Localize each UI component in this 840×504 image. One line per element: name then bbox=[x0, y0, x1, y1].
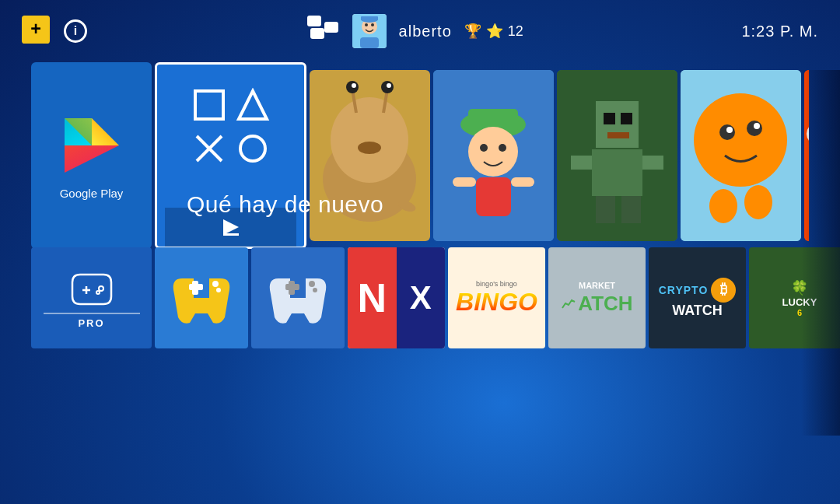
marketwatch-chart-icon bbox=[561, 296, 576, 311]
svg-point-57 bbox=[726, 127, 733, 133]
crypto-watch-label: WATCH bbox=[672, 303, 723, 319]
friends-icon[interactable] bbox=[306, 14, 340, 48]
svg-rect-79 bbox=[189, 284, 203, 290]
svg-point-7 bbox=[365, 23, 368, 26]
app-tile-white-controller[interactable] bbox=[251, 247, 345, 348]
bingo-label: BINGO bbox=[456, 288, 537, 317]
svg-rect-4 bbox=[324, 22, 338, 33]
app-tile-yellow-controller[interactable] bbox=[155, 247, 248, 348]
svg-point-24 bbox=[331, 97, 408, 183]
svg-point-85 bbox=[313, 288, 317, 292]
app-tile-marketwatch[interactable]: MARKET ATCH bbox=[548, 247, 646, 348]
svg-rect-45 bbox=[604, 113, 615, 124]
pro-label: PRO bbox=[44, 313, 140, 329]
star-icon: ⭐ bbox=[486, 23, 503, 40]
app-tile-bingo[interactable]: bingo's bingo BINGO bbox=[448, 247, 545, 348]
crypto-coin-icon: ₿ bbox=[711, 278, 736, 303]
avatar[interactable] bbox=[352, 14, 387, 48]
app-row-bottom: PRO N bbox=[31, 247, 809, 348]
svg-marker-17 bbox=[239, 91, 267, 119]
app-tile-nx[interactable]: N X bbox=[348, 247, 445, 348]
svg-rect-22 bbox=[223, 233, 239, 236]
svg-rect-42 bbox=[511, 177, 534, 187]
svg-text:+: + bbox=[30, 19, 41, 39]
ps-plus-icon[interactable]: + bbox=[22, 16, 50, 47]
svg-rect-83 bbox=[285, 284, 299, 290]
svg-point-31 bbox=[358, 142, 381, 154]
nx-n-label: N bbox=[348, 247, 397, 348]
triangle-symbol bbox=[236, 88, 270, 122]
svg-point-8 bbox=[371, 23, 374, 26]
svg-rect-11 bbox=[360, 37, 379, 48]
trophy-icon: 🏆 bbox=[464, 23, 481, 40]
info-icon[interactable]: i bbox=[64, 19, 87, 43]
svg-point-76 bbox=[99, 286, 103, 291]
svg-point-37 bbox=[468, 127, 518, 177]
circle-symbol bbox=[236, 131, 270, 166]
overflow-hint bbox=[801, 70, 840, 436]
clock: 1:23 P. M. bbox=[741, 23, 818, 40]
svg-point-55 bbox=[719, 124, 735, 140]
topbar-left: + i bbox=[22, 16, 87, 47]
svg-point-81 bbox=[216, 288, 221, 292]
topbar-center: alberto 🏆 ⭐ 12 bbox=[101, 14, 727, 48]
svg-point-29 bbox=[352, 83, 356, 88]
watch-label: ATCH bbox=[578, 292, 632, 316]
svg-point-58 bbox=[754, 123, 760, 129]
svg-rect-16 bbox=[195, 91, 223, 119]
app-tile-pro[interactable]: PRO bbox=[31, 247, 152, 348]
svg-point-20 bbox=[240, 136, 265, 161]
svg-rect-41 bbox=[453, 177, 476, 187]
svg-marker-15 bbox=[92, 118, 119, 145]
app-tile-cryptowatch[interactable]: CRYPTO ₿ WATCH bbox=[649, 247, 746, 348]
ps-symbols bbox=[184, 80, 278, 173]
topbar: + i bbox=[0, 0, 840, 62]
trophy-area: 🏆 ⭐ 12 bbox=[464, 23, 523, 40]
trophy-count: 12 bbox=[508, 23, 523, 40]
nx-x-label: X bbox=[397, 247, 446, 348]
whats-new-label: Qué hay de nuevo bbox=[187, 191, 383, 218]
svg-marker-13 bbox=[65, 145, 119, 173]
svg-point-38 bbox=[480, 144, 488, 152]
svg-rect-51 bbox=[571, 156, 592, 170]
svg-rect-52 bbox=[642, 156, 663, 170]
svg-rect-48 bbox=[592, 149, 642, 196]
cross-symbol bbox=[192, 131, 226, 166]
svg-rect-10 bbox=[361, 16, 378, 20]
svg-rect-2 bbox=[307, 16, 321, 26]
svg-point-80 bbox=[212, 281, 219, 287]
svg-rect-47 bbox=[607, 132, 629, 138]
svg-point-39 bbox=[499, 144, 506, 152]
square-symbol bbox=[192, 88, 226, 122]
svg-point-84 bbox=[309, 281, 315, 287]
svg-rect-46 bbox=[621, 113, 632, 124]
username-label: alberto bbox=[399, 23, 452, 40]
svg-point-54 bbox=[694, 93, 787, 187]
main-content: Google Play bbox=[0, 62, 840, 348]
svg-point-77 bbox=[96, 291, 100, 294]
svg-point-56 bbox=[747, 121, 762, 136]
svg-rect-3 bbox=[310, 28, 324, 39]
svg-point-30 bbox=[387, 83, 391, 88]
